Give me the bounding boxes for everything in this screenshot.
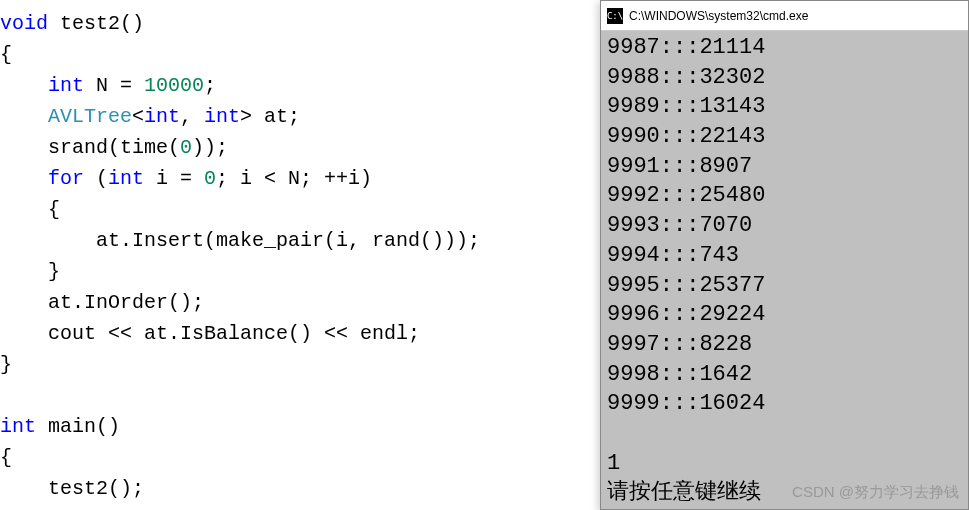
function-call: srand [48, 136, 108, 159]
cmd-icon: C:\ [607, 8, 623, 24]
code-text: )); [192, 136, 228, 159]
output-line: 9991:::8907 [607, 154, 752, 179]
brace: { [0, 198, 60, 221]
output-line: 9992:::25480 [607, 183, 765, 208]
console-output[interactable]: 9987:::21114 9988:::32302 9989:::13143 9… [601, 31, 968, 509]
code-text: > [240, 105, 252, 128]
indent [0, 229, 96, 252]
indent [0, 74, 48, 97]
code-text: < [132, 105, 144, 128]
keyword: for [48, 167, 84, 190]
code-text: cout << at.IsBalance() << endl; [48, 322, 420, 345]
code-text: ( [84, 167, 108, 190]
indent [0, 322, 48, 345]
function-name: test2 [48, 12, 120, 35]
title-bar[interactable]: C:\ C:\WINDOWS\system32\cmd.exe [601, 1, 968, 31]
output-line: 9997:::8228 [607, 332, 752, 357]
console-window[interactable]: C:\ C:\WINDOWS\system32\cmd.exe 9987:::2… [600, 0, 969, 510]
indent [0, 167, 48, 190]
output-line: 9993:::7070 [607, 213, 752, 238]
output-line: 9994:::743 [607, 243, 739, 268]
number: 0 [180, 136, 192, 159]
number: 0 [204, 167, 216, 190]
code-editor[interactable]: void test2() { int N = 10000; AVLTree<in… [0, 0, 608, 510]
code-text: at.Insert(make_pair(i, rand())); [96, 229, 480, 252]
output-line: 9987:::21114 [607, 35, 765, 60]
brace: { [0, 43, 12, 66]
indent [0, 105, 48, 128]
code-text: N = [84, 74, 144, 97]
output-line: 9988:::32302 [607, 65, 765, 90]
parens: () [96, 415, 120, 438]
keyword: void [0, 12, 48, 35]
number: 10000 [144, 74, 204, 97]
brace: } [0, 353, 12, 376]
output-line: 请按任意键继续 [607, 480, 761, 505]
brace: } [0, 260, 60, 283]
keyword: int [48, 74, 84, 97]
indent [0, 477, 48, 500]
keyword: int [108, 167, 144, 190]
indent [0, 291, 48, 314]
output-line: 9998:::1642 [607, 362, 752, 387]
code-text: at; [252, 105, 300, 128]
window-title: C:\WINDOWS\system32\cmd.exe [629, 9, 808, 23]
output-line: 9990:::22143 [607, 124, 765, 149]
code-text: ; i < N; ++i) [216, 167, 372, 190]
function-name: main [36, 415, 96, 438]
keyword: int [0, 415, 36, 438]
code-text: test2(); [48, 477, 144, 500]
parens: () [120, 12, 144, 35]
indent [0, 136, 48, 159]
output-line: 1 [607, 451, 620, 476]
code-text: (time( [108, 136, 180, 159]
brace: { [0, 446, 12, 469]
code-text: ; [204, 74, 216, 97]
output-line: 9995:::25377 [607, 273, 765, 298]
code-text: i = [144, 167, 204, 190]
keyword: int [204, 105, 240, 128]
output-line: 9989:::13143 [607, 94, 765, 119]
type-name: AVLTree [48, 105, 132, 128]
code-text: at.InOrder(); [48, 291, 204, 314]
output-line: 9999:::16024 [607, 391, 765, 416]
output-line: 9996:::29224 [607, 302, 765, 327]
code-text: , [180, 105, 204, 128]
keyword: int [144, 105, 180, 128]
